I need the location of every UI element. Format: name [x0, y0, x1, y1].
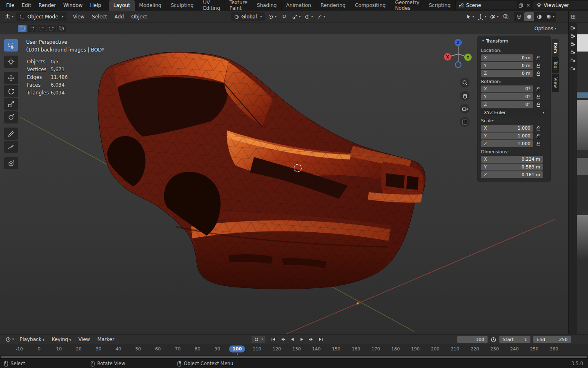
ortho-toggle-button[interactable] [460, 117, 470, 127]
workspace-tab[interactable]: Geometry Nodes [390, 0, 424, 11]
viewlayer-field[interactable]: ViewLayer [533, 1, 588, 9]
dimension-value-field[interactable]: X 0.224 m [481, 156, 543, 163]
frame-tick[interactable]: 200 [425, 344, 445, 352]
current-frame-field[interactable]: 100 [457, 336, 488, 343]
camera-icon[interactable] [570, 25, 576, 31]
select-mode-set-button[interactable] [18, 25, 27, 32]
gizmos-button[interactable]: ▾ [477, 12, 488, 21]
menubar-item[interactable]: Help [86, 1, 105, 9]
frame-tick[interactable]: 60 [148, 344, 168, 352]
rotation-value-field[interactable]: Z 0° [481, 101, 533, 108]
workspace-tab[interactable]: Rendering [316, 0, 350, 11]
playback-menu[interactable]: Playback▾ [16, 335, 48, 343]
frame-tick[interactable]: 240 [505, 344, 525, 352]
frame-tick[interactable]: 180 [386, 344, 406, 352]
use-preview-range-icon[interactable] [490, 337, 497, 343]
frame-tick[interactable]: 30 [89, 344, 109, 352]
overlays-button[interactable]: ▾ [489, 12, 500, 21]
lock-icon[interactable] [536, 102, 541, 107]
workspace-tab[interactable]: Scripting [424, 0, 455, 11]
shading-rendered-button[interactable]: ▾ [545, 12, 556, 21]
frame-tick[interactable]: 260 [544, 344, 564, 352]
sidebar-tab[interactable]: Tool [552, 57, 559, 73]
unlink-scene-button[interactable]: × [525, 2, 532, 9]
frame-tick[interactable]: 210 [445, 344, 465, 352]
frame-tick[interactable]: 190 [405, 344, 425, 352]
tool-rotate[interactable] [4, 85, 18, 97]
select-mode-invert-button[interactable] [47, 25, 56, 32]
tool-move[interactable] [4, 72, 18, 84]
zoom-button[interactable] [460, 78, 470, 88]
tool-select-box[interactable] [4, 39, 18, 52]
camera-icon[interactable] [570, 42, 576, 47]
frame-tick[interactable]: 160 [346, 344, 366, 352]
dimension-value-field[interactable]: Y 0.589 m [481, 164, 543, 171]
scale-value-field[interactable]: X 1.000 [481, 125, 533, 132]
jump-to-end-button[interactable] [317, 336, 324, 343]
viewport-menu-item[interactable]: View [69, 13, 88, 21]
play-reverse-button[interactable] [289, 336, 296, 343]
frame-tick[interactable]: 150 [326, 344, 346, 352]
select-mode-intersect-button[interactable] [57, 25, 66, 32]
lock-icon[interactable] [536, 141, 541, 146]
proportional-edit-button[interactable]: ▾ [303, 12, 314, 21]
selectability-button[interactable]: ▾ [465, 12, 475, 21]
tool-cursor[interactable] [4, 56, 18, 68]
workspace-tab[interactable]: Shading [252, 0, 282, 11]
camera-icon[interactable] [570, 34, 576, 39]
viewport-menu-item[interactable]: Add [111, 13, 127, 21]
sidebar-tab[interactable]: Item [552, 39, 559, 57]
workspace-tab[interactable]: Texture Paint [225, 0, 252, 11]
shading-material-button[interactable] [535, 12, 544, 21]
camera-icon[interactable] [570, 66, 576, 72]
next-keyframe-button[interactable] [307, 336, 315, 343]
shading-solid-button[interactable] [524, 12, 534, 21]
lock-icon[interactable] [536, 134, 541, 139]
auto-keying-button[interactable]: ▾ [252, 336, 265, 343]
frame-tick[interactable]: 40 [109, 344, 129, 352]
frame-tick[interactable]: 0 [29, 344, 49, 352]
workspace-tab[interactable]: Sculpting [166, 0, 198, 11]
right-editor-header[interactable] [569, 11, 588, 23]
rotation-value-field[interactable]: X 0° [481, 85, 533, 92]
prev-keyframe-button[interactable] [279, 336, 287, 343]
lock-icon[interactable] [536, 87, 541, 92]
play-button[interactable] [298, 336, 305, 343]
frame-tick[interactable]: 10 [49, 344, 69, 352]
frame-tick[interactable]: 50 [128, 344, 148, 352]
transform-panel-header[interactable]: ▾ Transform ···· [478, 36, 550, 46]
menubar-item[interactable]: File [2, 1, 18, 9]
workspace-tab[interactable]: Layout [109, 0, 135, 11]
frame-tick[interactable]: 20 [69, 344, 89, 352]
scene-field[interactable]: Scene [456, 1, 517, 9]
workspace-tab[interactable]: UV Editing [198, 0, 225, 11]
end-frame-field[interactable]: End250 [533, 336, 571, 343]
menubar-item[interactable]: Window [60, 1, 86, 9]
snap-target-button[interactable]: ▾ [291, 12, 302, 21]
mode-dropdown[interactable]: Object Mode▾ [16, 12, 67, 21]
location-value-field[interactable]: X 0 m [481, 54, 533, 61]
keying-menu[interactable]: Keying▾ [48, 335, 75, 343]
location-value-field[interactable]: Y 0 m [481, 62, 533, 69]
frame-tick[interactable]: 70 [168, 344, 188, 352]
workspace-tab[interactable]: Compositing [350, 0, 390, 11]
menubar-item[interactable]: Render [35, 1, 60, 9]
new-scene-button[interactable] [518, 2, 524, 9]
frame-tick[interactable]: 170 [366, 344, 386, 352]
timeline-ruler[interactable]: -100102030405060708090100110120130140150… [0, 344, 588, 355]
menubar-item[interactable]: Edit [18, 1, 35, 9]
rotation-mode-dropdown[interactable]: XYZ Euler▾ [481, 109, 547, 116]
lock-icon[interactable] [536, 71, 541, 76]
transform-orientation-dropdown[interactable]: Global▾ [231, 12, 265, 21]
timeline-view-menu[interactable]: View [75, 335, 94, 343]
select-mode-extend-button[interactable] [28, 25, 36, 32]
tool-scale[interactable] [4, 98, 18, 110]
camera-view-button[interactable] [460, 104, 470, 114]
tool-annotate[interactable] [4, 128, 18, 140]
viewport-menu-item[interactable]: Object [127, 13, 151, 21]
xray-button[interactable] [501, 12, 511, 21]
lock-icon[interactable] [536, 63, 541, 68]
pivot-point-button[interactable]: ▾ [267, 12, 278, 21]
shading-wireframe-button[interactable] [514, 12, 524, 21]
sidebar-tab[interactable]: View [552, 74, 559, 92]
